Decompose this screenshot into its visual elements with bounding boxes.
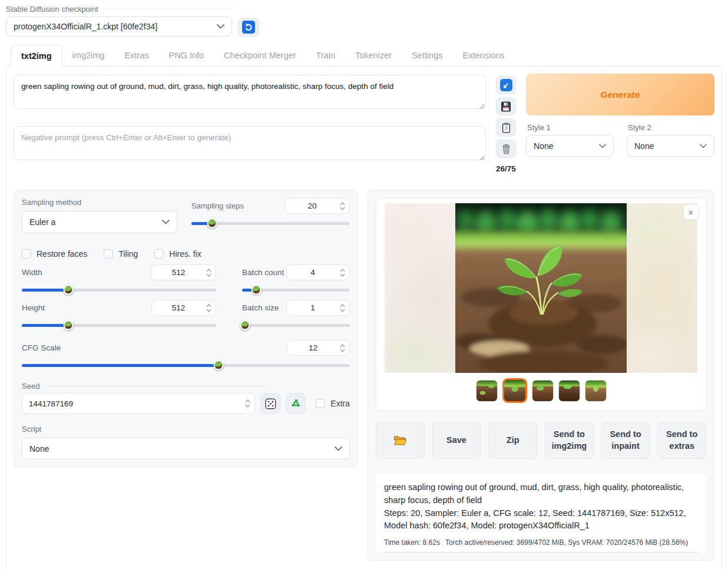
tab-img2img[interactable]: img2img xyxy=(62,45,115,66)
floppy-disk-icon xyxy=(500,101,512,113)
zip-button[interactable]: Zip xyxy=(488,422,537,459)
save-style-button[interactable] xyxy=(496,97,516,115)
tab-train[interactable]: Train xyxy=(306,45,346,66)
stepper-icon[interactable] xyxy=(244,399,254,408)
batch-size-slider[interactable] xyxy=(242,320,350,330)
gallery-thumbnail[interactable] xyxy=(476,380,498,402)
style1-label: Style 1 xyxy=(527,123,614,132)
checkbox-icon xyxy=(104,249,113,259)
stepper-icon[interactable] xyxy=(339,202,349,210)
slider-thumb[interactable] xyxy=(207,219,217,229)
gallery-thumbnail[interactable] xyxy=(532,380,554,402)
batch-size-label: Batch size xyxy=(242,303,279,312)
script-dropdown[interactable]: None xyxy=(22,438,350,459)
close-icon[interactable]: × xyxy=(683,204,699,220)
prompt-input[interactable]: green sapling rowing out of ground, mud,… xyxy=(14,75,486,109)
refresh-checkpoint-button[interactable] xyxy=(238,18,259,37)
style1-value: None xyxy=(534,141,553,151)
generate-button[interactable]: Generate xyxy=(526,74,714,115)
slider-thumb[interactable] xyxy=(64,320,74,330)
script-label: Script xyxy=(22,425,350,434)
random-seed-button[interactable] xyxy=(260,393,280,414)
reuse-seed-button[interactable] xyxy=(286,393,306,414)
tiling-label: Tiling xyxy=(118,249,138,259)
slider-thumb[interactable] xyxy=(64,285,74,295)
send-to-extras-button[interactable]: Send to extras xyxy=(657,422,706,459)
clipboard-icon xyxy=(501,122,512,134)
batch-count-input[interactable]: 4 xyxy=(286,264,350,280)
slider-thumb[interactable] xyxy=(240,320,250,330)
stepper-icon[interactable] xyxy=(339,304,349,312)
cfg-scale-input[interactable]: 12 xyxy=(287,340,350,356)
dice-icon xyxy=(264,398,277,410)
sampling-steps-input[interactable]: 20 xyxy=(285,198,350,214)
tab-checkpoint-merger[interactable]: Checkpoint Merger xyxy=(214,45,306,66)
checkbox-icon xyxy=(154,249,164,259)
sampling-steps-slider[interactable] xyxy=(191,219,350,228)
tab-extras[interactable]: Extras xyxy=(114,45,158,66)
restore-faces-checkbox[interactable]: Restore faces xyxy=(22,249,87,259)
batch-size-value: 1 xyxy=(287,303,339,312)
style2-dropdown[interactable]: None xyxy=(627,135,714,157)
chevron-down-icon xyxy=(599,144,606,148)
style1-dropdown[interactable]: None xyxy=(526,135,614,157)
generation-settings-panel: Sampling method Euler a Sampling steps 2… xyxy=(14,190,358,468)
hires-fix-checkbox[interactable]: Hires. fix xyxy=(154,249,201,259)
save-button[interactable]: Save xyxy=(432,422,481,459)
sampling-method-value: Euler a xyxy=(29,217,55,227)
info-time-text: Time taken: 8.62s Torch active/reserved:… xyxy=(384,534,698,553)
slider-thumb[interactable] xyxy=(214,360,224,370)
txt2img-panel: green sapling rowing out of ground, mud,… xyxy=(6,66,722,569)
tab-tokenizer[interactable]: Tokenizer xyxy=(345,45,402,66)
extra-seed-checkbox[interactable]: Extra xyxy=(316,399,350,408)
negative-prompt-input[interactable] xyxy=(14,126,486,160)
arrow-down-left-icon: ↙ xyxy=(500,79,512,91)
height-input[interactable]: 512 xyxy=(151,300,216,316)
open-folder-button[interactable] xyxy=(376,422,425,459)
height-label: Height xyxy=(22,303,45,312)
info-prompt-text: green sapling rowing out of ground, mud,… xyxy=(384,481,698,507)
tiling-checkbox[interactable]: Tiling xyxy=(104,249,138,259)
height-slider[interactable] xyxy=(22,320,216,330)
script-value: None xyxy=(29,444,49,454)
sd-webui: Stable Diffusion checkpoint protogenX34O… xyxy=(0,0,728,569)
clear-prompt-button[interactable] xyxy=(496,140,516,158)
cfg-scale-slider[interactable] xyxy=(22,360,350,370)
checkpoint-label: Stable Diffusion checkpoint xyxy=(6,5,232,14)
checkpoint-dropdown[interactable]: protogenX34OfficialR_1.ckpt [60fe2f34] xyxy=(6,16,232,37)
stepper-icon[interactable] xyxy=(205,304,216,312)
checkbox-icon xyxy=(316,399,325,408)
tab-txt2img[interactable]: txt2img xyxy=(11,45,62,67)
trash-icon xyxy=(501,143,512,155)
stepper-icon[interactable] xyxy=(339,344,349,352)
batch-size-input[interactable]: 1 xyxy=(286,300,350,316)
gallery-thumbnail-selected[interactable] xyxy=(502,378,527,403)
stepper-icon[interactable] xyxy=(339,269,349,277)
seed-label: Seed xyxy=(22,382,269,391)
tab-extensions[interactable]: Extensions xyxy=(453,45,515,66)
gallery-thumbnail[interactable] xyxy=(585,380,607,402)
stepper-icon[interactable] xyxy=(205,269,216,277)
seed-input[interactable]: 1441787169 xyxy=(22,393,255,414)
tab-png-info[interactable]: PNG Info xyxy=(158,45,214,66)
send-to-inpaint-button[interactable]: Send to inpaint xyxy=(601,422,650,459)
width-value: 512 xyxy=(152,268,205,277)
image-gallery: × xyxy=(376,198,706,411)
output-panel: × xyxy=(368,190,714,561)
gallery-thumbnails xyxy=(376,378,706,403)
sampling-method-dropdown[interactable]: Euler a xyxy=(22,211,177,233)
send-to-img2img-button[interactable]: Send to img2img xyxy=(545,422,594,459)
batch-count-slider[interactable] xyxy=(242,285,350,295)
generated-image[interactable] xyxy=(455,203,627,373)
seed-value: 1441787169 xyxy=(22,399,244,408)
cfg-scale-value: 12 xyxy=(287,343,339,352)
sampling-steps-label: Sampling steps xyxy=(191,201,244,210)
width-input[interactable]: 512 xyxy=(151,264,216,280)
slider-thumb[interactable] xyxy=(251,285,261,295)
apply-style-button[interactable] xyxy=(496,118,516,137)
width-slider[interactable] xyxy=(22,285,216,295)
gallery-thumbnail[interactable] xyxy=(558,380,580,402)
tab-settings[interactable]: Settings xyxy=(402,45,452,66)
paste-generation-params-button[interactable]: ↙ xyxy=(496,76,516,94)
generation-info: green sapling rowing out of ground, mud,… xyxy=(376,474,706,553)
